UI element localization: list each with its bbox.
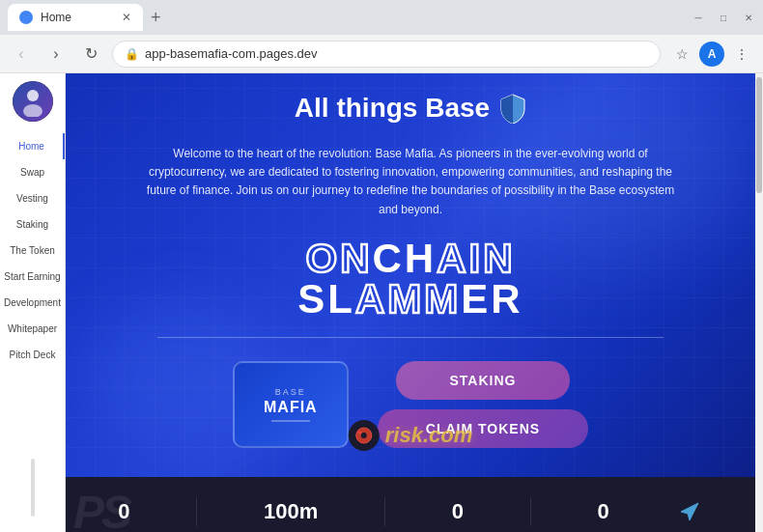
sidebar-item-whitepaper-label: Whitepaper xyxy=(8,323,57,334)
hero-section: All things Base Welcome to the heart of … xyxy=(66,73,755,477)
url-text: app-basemafia-com.pages.dev xyxy=(145,46,648,61)
address-bar[interactable]: 🔒 app-basemafia-com.pages.dev xyxy=(112,41,661,68)
menu-button[interactable]: ⋮ xyxy=(728,41,755,68)
sidebar-item-earning-label: Start Earning xyxy=(4,271,60,282)
tab-title: Home xyxy=(41,11,71,24)
window-controls: ─ □ ✕ xyxy=(692,11,755,24)
close-button[interactable]: ✕ xyxy=(742,11,755,24)
hero-title-text: All things Base xyxy=(295,93,490,124)
svg-point-5 xyxy=(358,432,361,434)
send-icon[interactable] xyxy=(676,498,703,525)
sidebar-logo-image xyxy=(13,81,53,122)
sidebar-item-vesting[interactable]: Vesting xyxy=(0,185,65,211)
tab-close-button[interactable]: ✕ xyxy=(122,11,131,24)
stat-item-3: 0 xyxy=(598,499,609,524)
sidebar-scrollbar[interactable] xyxy=(31,459,35,517)
stat-value-3: 0 xyxy=(598,499,609,524)
back-button[interactable]: ‹ xyxy=(8,41,35,68)
stat-value-0: 0 xyxy=(118,499,129,524)
onchain-logo-line1: ONCHAIN xyxy=(297,238,523,279)
base-mafia-badge: BASE MAFIA xyxy=(233,361,349,448)
sidebar-item-home[interactable]: Home xyxy=(0,133,65,159)
profile-button[interactable]: A xyxy=(699,42,724,67)
scrollbar-track[interactable] xyxy=(755,73,763,532)
shield-icon xyxy=(499,93,526,124)
sidebar-item-start-earning[interactable]: Start Earning xyxy=(0,264,65,290)
stat-item-2: 0 xyxy=(452,499,464,524)
sidebar: Home Swap Vesting Staking The Token Star… xyxy=(0,73,66,532)
sidebar-item-home-label: Home xyxy=(18,141,44,152)
base-mafia-bottom: MAFIA xyxy=(264,399,318,416)
watermark-container: risk.com xyxy=(349,420,473,451)
sidebar-item-dev-label: Development xyxy=(4,297,61,308)
forward-button[interactable]: › xyxy=(42,41,70,68)
tab-favicon xyxy=(19,11,33,24)
sidebar-item-pitch-deck[interactable]: Pitch Deck xyxy=(0,342,65,368)
onchain-logo-line2: SLAMMER xyxy=(297,279,523,320)
reload-button[interactable]: ↻ xyxy=(77,41,104,68)
sidebar-item-whitepaper[interactable]: Whitepaper xyxy=(0,316,65,342)
svg-point-4 xyxy=(361,433,367,438)
sidebar-item-vesting-label: Vesting xyxy=(16,193,48,204)
browser-tab[interactable]: Home ✕ xyxy=(8,4,143,31)
sidebar-item-the-token[interactable]: The Token xyxy=(0,238,65,264)
stat-divider-1 xyxy=(196,497,197,526)
minimize-button[interactable]: ─ xyxy=(692,11,705,24)
main-content: All things Base Welcome to the heart of … xyxy=(66,73,755,532)
watermark-icon xyxy=(349,420,380,451)
stat-divider-3 xyxy=(530,497,531,526)
onchain-slammer-logo: ONCHAIN SLAMMER xyxy=(297,238,523,320)
sidebar-item-pitch-label: Pitch Deck xyxy=(10,350,56,360)
nav-right-controls: ☆ A ⋮ xyxy=(668,41,755,68)
hero-description: Welcome to the heart of the revolution: … xyxy=(140,145,681,219)
sidebar-nav: Home Swap Vesting Staking The Token Star… xyxy=(0,133,65,368)
staking-button[interactable]: STAKING xyxy=(396,361,570,400)
secure-icon: 🔒 xyxy=(125,47,139,61)
sidebar-logo xyxy=(13,81,53,122)
stat-item-1: 100m xyxy=(264,499,318,524)
hero-title: All things Base xyxy=(295,93,526,124)
stats-items: 0 100m 0 0 xyxy=(85,497,736,526)
watermark-text: risk.com xyxy=(385,423,473,448)
new-tab-button[interactable]: + xyxy=(151,9,161,26)
content-area: Home Swap Vesting Staking The Token Star… xyxy=(0,73,763,532)
stat-value-1: 100m xyxy=(264,499,318,524)
hero-divider xyxy=(157,337,663,338)
bookmark-button[interactable]: ☆ xyxy=(668,41,695,68)
base-mafia-top: BASE xyxy=(275,387,306,397)
browser-frame: Home ✕ + ─ □ ✕ ‹ › ↻ 🔒 app-basemafia-com… xyxy=(0,0,763,532)
stat-divider-2 xyxy=(384,497,385,526)
sidebar-item-staking-label: Staking xyxy=(16,219,48,230)
svg-point-2 xyxy=(23,104,42,117)
stats-bar: PS 0 100m 0 0 xyxy=(66,477,755,532)
scrollbar-thumb[interactable] xyxy=(756,77,762,193)
sidebar-item-swap-label: Swap xyxy=(20,167,44,178)
svg-point-1 xyxy=(27,90,39,101)
sidebar-item-token-label: The Token xyxy=(10,245,55,256)
nav-bar: ‹ › ↻ 🔒 app-basemafia-com.pages.dev ☆ A … xyxy=(0,35,763,73)
stat-value-2: 0 xyxy=(452,499,464,524)
maximize-button[interactable]: □ xyxy=(717,11,730,24)
sidebar-item-staking[interactable]: Staking xyxy=(0,211,65,238)
sidebar-item-swap[interactable]: Swap xyxy=(0,159,65,185)
sidebar-item-development[interactable]: Development xyxy=(0,290,65,316)
title-bar: Home ✕ + ─ □ ✕ xyxy=(0,0,763,35)
svg-point-0 xyxy=(21,13,31,22)
stat-item-0: 0 xyxy=(118,499,129,524)
